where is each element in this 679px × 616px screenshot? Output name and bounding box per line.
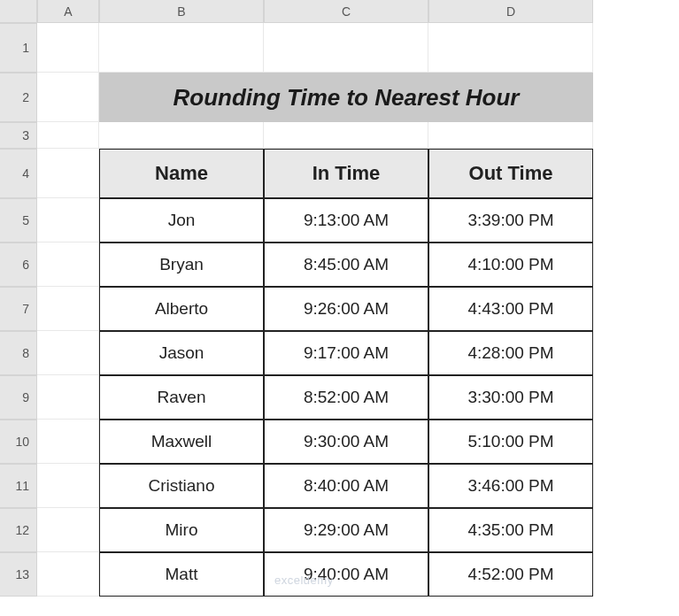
cell-in-time[interactable]: 8:52:00 AM (264, 375, 428, 420)
title-cell[interactable]: Rounding Time to Nearest Hour (99, 73, 593, 122)
row-header-12[interactable]: 12 (0, 508, 37, 552)
cell-c1[interactable] (264, 23, 428, 73)
cell-a7[interactable] (37, 287, 99, 331)
cell-out-time[interactable]: 5:10:00 PM (428, 420, 593, 464)
row-header-7[interactable]: 7 (0, 287, 37, 331)
cell-b1[interactable] (99, 23, 264, 73)
cell-name[interactable]: Jason (99, 331, 264, 375)
cell-a5[interactable] (37, 198, 99, 243)
cell-out-time[interactable]: 4:10:00 PM (428, 243, 593, 287)
cell-a11[interactable] (37, 464, 99, 508)
cell-out-time[interactable]: 4:28:00 PM (428, 331, 593, 375)
spreadsheet-grid: A B C D 1 2 Rounding Time to Nearest Hou… (0, 0, 679, 597)
row-header-4[interactable]: 4 (0, 149, 37, 198)
col-header-a[interactable]: A (37, 0, 99, 23)
cell-a10[interactable] (37, 420, 99, 464)
cell-in-time[interactable]: 9:40:00 AM (264, 552, 428, 597)
cell-name[interactable]: Miro (99, 508, 264, 552)
cell-in-time[interactable]: 9:30:00 AM (264, 420, 428, 464)
col-header-c[interactable]: C (264, 0, 428, 23)
header-out-time[interactable]: Out Time (428, 149, 593, 198)
cell-d3[interactable] (428, 122, 593, 149)
cell-name[interactable]: Raven (99, 375, 264, 420)
cell-out-time[interactable]: 4:35:00 PM (428, 508, 593, 552)
cell-a6[interactable] (37, 243, 99, 287)
cell-in-time[interactable]: 9:26:00 AM (264, 287, 428, 331)
row-header-9[interactable]: 9 (0, 375, 37, 420)
cell-in-time[interactable]: 8:40:00 AM (264, 464, 428, 508)
row-header-1[interactable]: 1 (0, 23, 37, 73)
row-header-5[interactable]: 5 (0, 198, 37, 243)
row-header-11[interactable]: 11 (0, 464, 37, 508)
cell-name[interactable]: Jon (99, 198, 264, 243)
row-header-3[interactable]: 3 (0, 122, 37, 149)
cell-in-time[interactable]: 9:17:00 AM (264, 331, 428, 375)
cell-a1[interactable] (37, 23, 99, 73)
cell-name[interactable]: Matt (99, 552, 264, 597)
cell-out-time[interactable]: 4:52:00 PM (428, 552, 593, 597)
row-header-2[interactable]: 2 (0, 73, 37, 122)
cell-a2[interactable] (37, 73, 99, 122)
cell-a3[interactable] (37, 122, 99, 149)
cell-a4[interactable] (37, 149, 99, 198)
cell-a12[interactable] (37, 508, 99, 552)
cell-name[interactable]: Cristiano (99, 464, 264, 508)
cell-a13[interactable] (37, 552, 99, 597)
cell-d1[interactable] (428, 23, 593, 73)
cell-name[interactable]: Bryan (99, 243, 264, 287)
cell-out-time[interactable]: 4:43:00 PM (428, 287, 593, 331)
row-header-6[interactable]: 6 (0, 243, 37, 287)
cell-out-time[interactable]: 3:46:00 PM (428, 464, 593, 508)
row-header-10[interactable]: 10 (0, 420, 37, 464)
cell-b3[interactable] (99, 122, 264, 149)
cell-c3[interactable] (264, 122, 428, 149)
cell-name[interactable]: Maxwell (99, 420, 264, 464)
select-all-corner[interactable] (0, 0, 37, 23)
cell-out-time[interactable]: 3:30:00 PM (428, 375, 593, 420)
cell-a9[interactable] (37, 375, 99, 420)
header-name[interactable]: Name (99, 149, 264, 198)
cell-in-time[interactable]: 8:45:00 AM (264, 243, 428, 287)
cell-a8[interactable] (37, 331, 99, 375)
row-header-13[interactable]: 13 (0, 552, 37, 597)
col-header-b[interactable]: B (99, 0, 264, 23)
cell-name[interactable]: Alberto (99, 287, 264, 331)
header-in-time[interactable]: In Time (264, 149, 428, 198)
cell-in-time[interactable]: 9:13:00 AM (264, 198, 428, 243)
cell-out-time[interactable]: 3:39:00 PM (428, 198, 593, 243)
col-header-d[interactable]: D (428, 0, 593, 23)
row-header-8[interactable]: 8 (0, 331, 37, 375)
cell-in-time[interactable]: 9:29:00 AM (264, 508, 428, 552)
